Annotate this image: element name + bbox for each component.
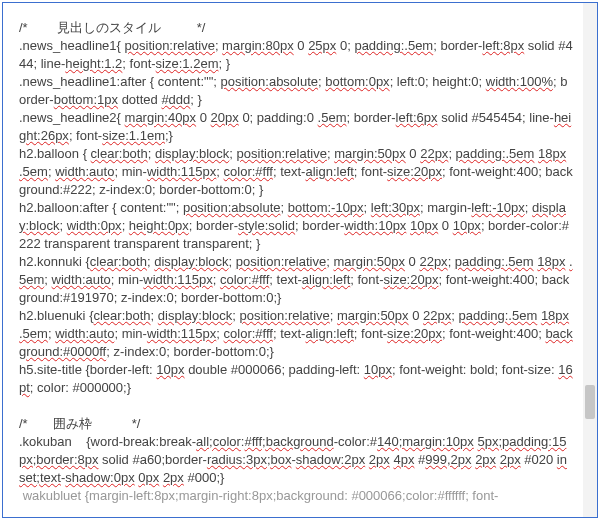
selector: .news_headline2 — [19, 110, 117, 125]
selector: h2.bluenuki — [19, 308, 89, 323]
selector: h2.balloon:after — [19, 200, 112, 215]
selector: .kokuban — [19, 434, 86, 449]
comment-box: /* 囲み枠 */ — [19, 416, 140, 431]
cutoff-line: wakubluet {margin-left:8px;margin-right:… — [19, 488, 498, 503]
selector: .news_headline1:after — [19, 74, 150, 89]
comment-headings: /* 見出しのスタイル */ — [19, 20, 205, 35]
vertical-scrollbar[interactable] — [583, 3, 597, 517]
selector: h2.konnuki — [19, 254, 86, 269]
scrollbar-thumb[interactable] — [585, 385, 595, 419]
code-area[interactable]: /* 見出しのスタイル */ .news_headline1{ position… — [3, 3, 583, 517]
editor-frame: /* 見出しのスタイル */ .news_headline1{ position… — [2, 2, 598, 518]
selector: h2.balloon — [19, 146, 83, 161]
selector: h5.site-title — [19, 362, 85, 377]
selector: .news_headline1 — [19, 38, 117, 53]
